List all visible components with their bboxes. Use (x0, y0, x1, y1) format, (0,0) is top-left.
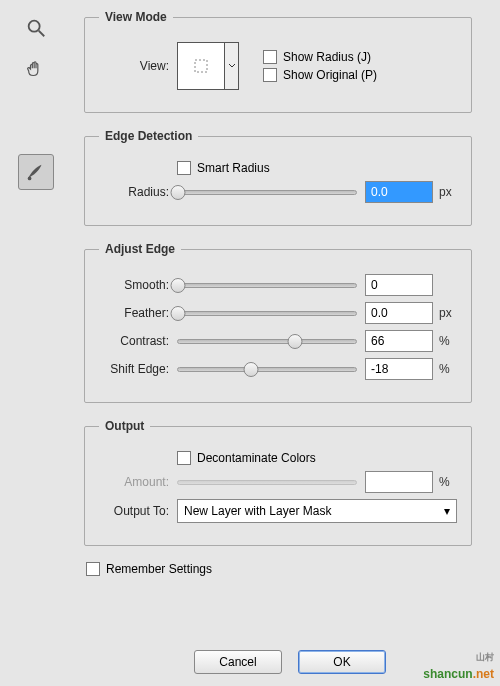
cancel-button[interactable]: Cancel (194, 650, 282, 674)
smart-radius-checkbox[interactable] (177, 161, 191, 175)
zoom-tool[interactable] (18, 10, 54, 46)
decontaminate-label: Decontaminate Colors (197, 451, 316, 465)
slider-thumb[interactable] (171, 306, 186, 321)
shift-edge-input[interactable] (365, 358, 433, 380)
zoom-icon (25, 17, 47, 39)
adjust-edge-group: Adjust Edge Smooth: Feather: px Contrast… (84, 242, 472, 403)
output-to-label: Output To: (99, 504, 177, 518)
adjust-edge-legend: Adjust Edge (99, 242, 181, 256)
show-original-checkbox[interactable] (263, 68, 277, 82)
marching-ants-icon (194, 59, 208, 73)
show-radius-label: Show Radius (J) (283, 50, 371, 64)
view-mode-group: View Mode View: Show Radius (J) Show Ori… (84, 10, 472, 113)
shift-edge-slider[interactable] (177, 367, 357, 372)
ok-button[interactable]: OK (298, 650, 386, 674)
amount-label: Amount: (99, 475, 177, 489)
chevron-down-icon: ▾ (444, 504, 450, 518)
show-original-label: Show Original (P) (283, 68, 377, 82)
smooth-input[interactable] (365, 274, 433, 296)
refine-brush-tool[interactable] (18, 154, 54, 190)
smart-radius-label: Smart Radius (197, 161, 270, 175)
remember-settings-label: Remember Settings (106, 562, 212, 576)
slider-thumb[interactable] (243, 362, 258, 377)
remember-settings-checkbox[interactable] (86, 562, 100, 576)
watermark: 山村 shancun.net (423, 651, 494, 682)
feather-label: Feather: (99, 306, 177, 320)
slider-thumb[interactable] (288, 334, 303, 349)
view-dropdown-button[interactable] (225, 42, 239, 90)
output-group: Output Decontaminate Colors Amount: % Ou… (84, 419, 472, 546)
contrast-unit: % (433, 334, 457, 348)
amount-slider (177, 480, 357, 485)
contrast-label: Contrast: (99, 334, 177, 348)
radius-input[interactable] (365, 181, 433, 203)
edge-detection-group: Edge Detection Smart Radius Radius: px (84, 129, 472, 226)
amount-unit: % (433, 475, 457, 489)
output-legend: Output (99, 419, 150, 433)
feather-slider[interactable] (177, 311, 357, 316)
svg-rect-3 (195, 60, 207, 72)
chevron-down-icon (228, 62, 236, 70)
radius-unit: px (433, 185, 457, 199)
amount-input (365, 471, 433, 493)
radius-slider[interactable] (177, 190, 357, 195)
hand-icon (25, 59, 47, 81)
view-swatch[interactable] (177, 42, 225, 90)
view-mode-legend: View Mode (99, 10, 173, 24)
svg-point-0 (29, 21, 40, 32)
slider-thumb[interactable] (171, 278, 186, 293)
output-to-value: New Layer with Layer Mask (184, 504, 331, 518)
contrast-input[interactable] (365, 330, 433, 352)
feather-unit: px (433, 306, 457, 320)
svg-line-1 (39, 31, 45, 37)
slider-thumb[interactable] (171, 185, 186, 200)
contrast-slider[interactable] (177, 339, 357, 344)
shift-edge-label: Shift Edge: (99, 362, 177, 376)
smooth-slider[interactable] (177, 283, 357, 288)
hand-tool[interactable] (18, 52, 54, 88)
feather-input[interactable] (365, 302, 433, 324)
edge-detection-legend: Edge Detection (99, 129, 198, 143)
output-to-dropdown[interactable]: New Layer with Layer Mask ▾ (177, 499, 457, 523)
svg-point-2 (28, 177, 32, 181)
brush-icon (25, 161, 47, 183)
decontaminate-checkbox[interactable] (177, 451, 191, 465)
shift-edge-unit: % (433, 362, 457, 376)
view-label: View: (99, 59, 177, 73)
smooth-label: Smooth: (99, 278, 177, 292)
radius-label: Radius: (99, 185, 177, 199)
show-radius-checkbox[interactable] (263, 50, 277, 64)
